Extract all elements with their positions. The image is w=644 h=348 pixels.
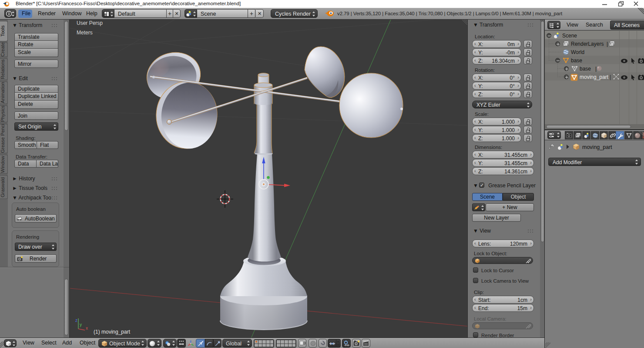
svg-text:y: y (80, 322, 82, 327)
svg-text:User Persp: User Persp (77, 20, 103, 26)
svg-text:(1) moving_part: (1) moving_part (94, 329, 131, 335)
svg-text:x: x (86, 326, 88, 331)
svg-text:Meters: Meters (77, 30, 93, 36)
svg-text:z: z (75, 318, 77, 323)
